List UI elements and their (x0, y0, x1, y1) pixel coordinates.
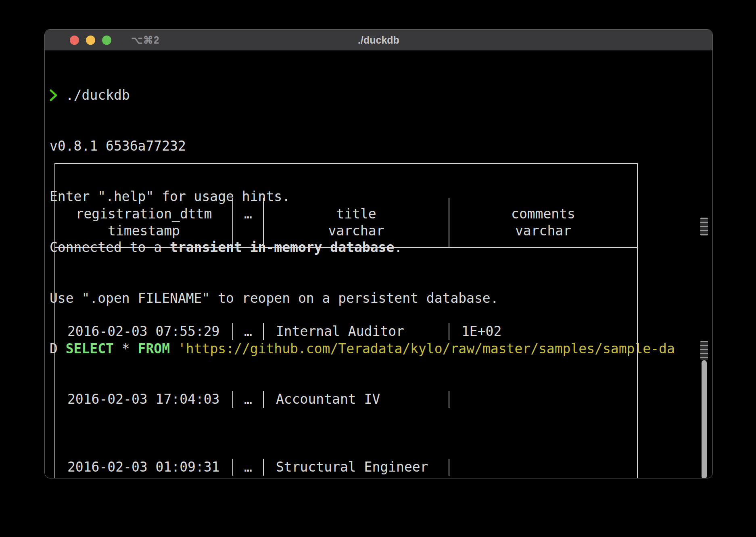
zoom-button[interactable] (102, 36, 111, 45)
cell-title: Internal Auditor (264, 323, 449, 340)
close-button[interactable] (70, 36, 79, 45)
scrollbar-texture-lower (700, 341, 708, 360)
column-header-registration-dttm: registration_dttmtimestamp (55, 198, 233, 247)
prompt-chevron-icon (50, 89, 58, 101)
titlebar[interactable]: ⌥⌘2 ./duckdb (45, 29, 712, 50)
column-header-title: titlevarchar (264, 198, 449, 247)
cell-title: Accountant IV (264, 391, 449, 408)
cell-registration-dttm: 2016-02-03 01:09:31 (55, 459, 233, 476)
cell-registration-dttm: 2016-02-03 17:04:03 (55, 391, 233, 408)
cell-title: Structural Engineer (264, 459, 449, 476)
table-row: 2016-02-03 07:55:29 … Internal Auditor 1… (55, 323, 637, 340)
window-title: ./duckdb (358, 29, 399, 50)
tab-shortcut-label: ⌥⌘2 (131, 29, 160, 50)
prompt-line: ./duckdb (50, 87, 704, 104)
cell-registration-dttm: 2016-02-03 07:55:29 (55, 323, 233, 340)
scrollbar-thumb[interactable] (702, 360, 707, 478)
scrollbar-texture-upper (700, 218, 708, 236)
traffic-lights (70, 29, 111, 50)
cell-ellipsis: … (233, 391, 264, 408)
prompt-command: ./duckdb (58, 87, 130, 103)
column-header-comments: commentsvarchar (449, 198, 637, 247)
column-header-ellipsis: … (233, 198, 264, 247)
cell-ellipsis: … (233, 459, 264, 476)
result-table-body: 2016-02-03 07:55:29 … Internal Auditor 1… (55, 282, 637, 478)
version-line: v0.8.1 6536a77232 (50, 138, 704, 155)
cell-comments: 1E+02 (449, 323, 637, 340)
minimize-button[interactable] (86, 36, 95, 45)
result-table-header: registration_dttmtimestamp … titlevarcha… (55, 198, 637, 248)
table-row: 2016-02-03 01:09:31 … Structural Enginee… (55, 459, 637, 476)
cell-comments (449, 459, 637, 476)
cell-ellipsis: … (233, 323, 264, 340)
result-table: registration_dttmtimestamp … titlevarcha… (54, 163, 638, 478)
table-row: 2016-02-03 17:04:03 … Accountant IV (55, 391, 637, 408)
cell-comments (449, 391, 637, 408)
terminal-window: ⌥⌘2 ./duckdb ./duckdb v0.8.1 6536a77232 … (44, 29, 713, 478)
